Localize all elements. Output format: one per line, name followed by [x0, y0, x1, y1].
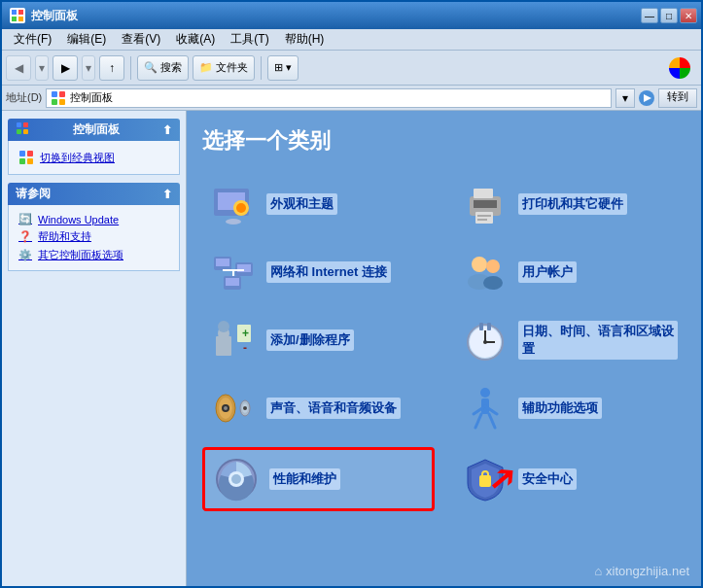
address-dropdown[interactable]: ▾	[615, 88, 635, 108]
svg-rect-15	[27, 151, 33, 156]
sound-label: 声音、语音和音频设备	[266, 398, 401, 419]
up-button[interactable]: ↑	[99, 55, 124, 81]
close-button[interactable]: ✕	[680, 8, 697, 23]
appearance-icon	[210, 181, 257, 227]
address-label: 地址(D)	[6, 90, 42, 105]
sidebar-ref-collapse: ⬆	[162, 188, 172, 201]
sidebar: 控制面板 ⬆ 切换到经典视图	[2, 111, 187, 586]
other-icon: ⚙️	[18, 249, 32, 261]
menu-view[interactable]: 查看(V)	[114, 29, 168, 50]
forward-button[interactable]: ▶	[53, 55, 78, 81]
sidebar-ref-help[interactable]: ❓ 帮助和支持	[15, 227, 173, 246]
category-network[interactable]: 网络和 Internet 连接	[202, 243, 435, 301]
toolbar: ◀ ▾ ▶ ▾ ↑ 🔍 搜索 📁 文件夹 ⊞ ▾	[2, 51, 701, 86]
category-printers[interactable]: 打印机和其它硬件	[454, 175, 686, 233]
title-bar: 控制面板 — □ ✕	[2, 2, 701, 29]
accounts-label: 用户帐户	[518, 261, 577, 283]
sidebar-cp-body: 切换到经典视图	[8, 141, 180, 175]
menu-help[interactable]: 帮助(H)	[277, 29, 333, 50]
go-button[interactable]: 转到	[658, 88, 697, 108]
svg-rect-24	[474, 200, 497, 208]
minimize-button[interactable]: —	[641, 8, 658, 23]
category-security[interactable]: 安全中心	[454, 447, 686, 511]
search-label: 搜索	[160, 60, 182, 75]
datetime-icon	[462, 317, 509, 363]
sidebar-section-ref: 请参阅 ⬆ 🔄 Windows Update ❓ 帮助和支持 ⚙️ 其它控制面板…	[8, 183, 180, 271]
svg-rect-4	[52, 91, 57, 97]
sidebar-ref-windows-update[interactable]: 🔄 Windows Update	[15, 211, 173, 227]
other-label: 其它控制面板选项	[38, 248, 123, 262]
category-appearance[interactable]: 外观和主题	[202, 175, 435, 233]
maximize-button[interactable]: □	[660, 8, 678, 23]
category-performance[interactable]: 性能和维护	[202, 447, 435, 511]
svg-rect-25	[474, 189, 493, 198]
sidebar-cp-title[interactable]: 控制面板 ⬆	[8, 119, 180, 141]
performance-icon	[213, 456, 260, 502]
svg-point-37	[472, 257, 487, 272]
watermark-text: xitongzhijia.net	[606, 564, 689, 578]
sidebar-ref-body: 🔄 Windows Update ❓ 帮助和支持 ⚙️ 其它控制面板选项	[8, 205, 180, 271]
svg-point-40	[483, 276, 503, 290]
security-label: 安全中心	[518, 468, 577, 490]
network-label: 网络和 Internet 连接	[266, 261, 391, 283]
windows-update-icon: 🔄	[18, 213, 32, 225]
folder-icon: 📁	[199, 61, 213, 74]
svg-rect-17	[27, 158, 33, 164]
sidebar-cp-icon	[16, 121, 29, 138]
menu-tools[interactable]: 工具(T)	[223, 29, 276, 50]
accessibility-label: 辅助功能选项	[518, 398, 602, 419]
accounts-icon	[462, 249, 509, 295]
sidebar-section-cp: 控制面板 ⬆ 切换到经典视图	[8, 119, 180, 175]
sidebar-ref-title[interactable]: 请参阅 ⬆	[8, 183, 180, 205]
svg-rect-16	[19, 158, 25, 164]
svg-rect-13	[23, 129, 28, 134]
view-icon: ⊞	[274, 61, 283, 74]
go-icon	[637, 88, 656, 108]
appearance-label: 外观和主题	[266, 193, 337, 215]
menu-favorites[interactable]: 收藏(A)	[168, 29, 223, 50]
security-icon	[462, 456, 509, 502]
svg-text:+: +	[242, 327, 249, 340]
title-bar-left: 控制面板	[10, 8, 78, 24]
windows-update-label: Windows Update	[38, 214, 119, 225]
main-panel: 选择一个类别 外观和主题	[187, 111, 701, 586]
svg-rect-7	[59, 99, 65, 105]
svg-point-51	[483, 340, 487, 344]
address-bar-right: ▾ 转到	[615, 88, 697, 108]
sidebar-ref-other[interactable]: ⚙️ 其它控制面板选项	[15, 246, 173, 264]
window-title: 控制面板	[31, 8, 78, 24]
category-accounts[interactable]: 用户帐户	[454, 243, 686, 301]
category-addremove[interactable]: + - 添加/删除程序	[202, 311, 435, 369]
address-input-wrap[interactable]: 控制面板	[46, 88, 612, 108]
svg-rect-27	[477, 215, 491, 217]
forward-dropdown[interactable]: ▾	[82, 55, 95, 81]
xp-logo	[669, 57, 690, 79]
category-datetime[interactable]: 日期、时间、语言和区域设置	[454, 311, 686, 369]
view-button[interactable]: ⊞ ▾	[267, 55, 299, 81]
category-sound[interactable]: 声音、语音和音频设备	[202, 379, 435, 437]
sidebar-cp-label: 控制面板	[73, 121, 120, 138]
svg-rect-11	[23, 122, 28, 127]
svg-rect-0	[12, 10, 17, 15]
sidebar-cp-collapse: ⬆	[162, 123, 172, 137]
svg-rect-1	[18, 10, 23, 15]
menu-edit[interactable]: 编辑(E)	[59, 29, 114, 50]
back-button[interactable]: ◀	[6, 55, 31, 81]
folders-button[interactable]: 📁 文件夹	[193, 55, 255, 81]
svg-point-22	[236, 203, 246, 213]
addremove-icon: + -	[210, 317, 257, 363]
content-area: 控制面板 ⬆ 切换到经典视图	[2, 111, 701, 586]
menu-file[interactable]: 文件(F)	[6, 29, 59, 50]
printers-icon	[462, 181, 509, 227]
search-button[interactable]: 🔍 搜索	[137, 55, 189, 81]
svg-point-39	[486, 259, 500, 273]
svg-rect-3	[18, 17, 23, 21]
title-buttons: — □ ✕	[641, 8, 697, 23]
category-accessibility[interactable]: 辅助功能选项	[454, 379, 686, 437]
panel-title: 选择一个类别	[202, 126, 685, 156]
back-dropdown[interactable]: ▾	[35, 55, 49, 81]
address-value: 控制面板	[70, 90, 113, 105]
sidebar-classic-view[interactable]: 切换到经典视图	[15, 147, 173, 168]
performance-label: 性能和维护	[269, 468, 340, 490]
svg-point-20	[226, 219, 241, 225]
